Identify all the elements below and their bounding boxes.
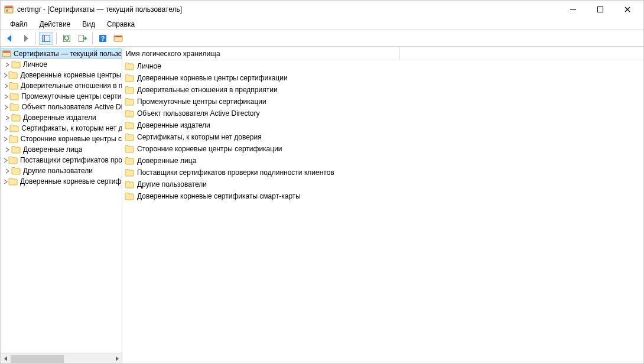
folder-icon (125, 109, 134, 118)
tree-item[interactable]: Поставщики сертификатов проверки подлинн… (1, 155, 122, 165)
expand-icon[interactable] (3, 73, 8, 78)
tree-pane: Сертификаты — текущий пользователь Лично… (1, 47, 122, 363)
tree-item-label: Сторонние корневые центры сертификации (21, 135, 122, 143)
list-item-label: Поставщики сертификатов проверки подлинн… (137, 168, 334, 177)
folder-icon (11, 145, 21, 154)
expand-icon[interactable] (3, 94, 9, 99)
expand-icon[interactable] (3, 136, 9, 142)
expand-icon[interactable] (3, 83, 9, 89)
expand-icon[interactable] (3, 147, 11, 152)
tree-item[interactable]: Сторонние корневые центры сертификации (1, 134, 122, 144)
list-item[interactable]: Доверенные издатели (122, 119, 643, 131)
tree-item-label: Доверенные лица (23, 145, 82, 154)
list-header: Имя логического хранилища (122, 47, 643, 60)
tree-item-label: Доверенные корневые центры сертификации (20, 71, 122, 79)
list-item[interactable]: Другие пользователи (122, 178, 643, 190)
list-item-label: Доверительные отношения в предприятии (137, 86, 278, 94)
tree-root-item[interactable]: Сертификаты — текущий пользователь (1, 48, 122, 59)
expand-icon[interactable] (3, 158, 8, 163)
forward-button[interactable] (18, 32, 32, 45)
folder-icon (9, 81, 18, 90)
folder-icon (125, 191, 134, 201)
list-item-label: Доверенные корневые сертификаты смарт-ка… (137, 192, 301, 200)
expand-icon[interactable] (3, 179, 8, 184)
folder-icon (11, 113, 21, 122)
list-item-label: Доверенные лица (137, 157, 196, 165)
tree-item[interactable]: Объект пользователя Active Directory (1, 102, 122, 112)
tree-item[interactable]: Доверенные издатели (1, 112, 122, 123)
tree-item-label: Промежуточные центры сертификации (21, 92, 122, 100)
expand-icon[interactable] (3, 168, 11, 174)
tree-item-label: Объект пользователя Active Directory (21, 103, 122, 111)
folder-icon (125, 156, 134, 165)
scroll-left-button[interactable] (1, 355, 11, 363)
help-button[interactable]: ? (96, 32, 110, 45)
folder-icon (8, 177, 18, 186)
folder-icon (125, 180, 134, 189)
tree-scroll[interactable]: Сертификаты — текущий пользователь Лично… (1, 47, 122, 353)
titlebar: certmgr - [Сертификаты — текущий пользов… (1, 1, 643, 18)
toolbar-separator (35, 32, 36, 44)
window-controls (560, 1, 641, 18)
list-item[interactable]: Личное (122, 60, 643, 72)
list-item-label: Доверенные издатели (137, 121, 210, 129)
minimize-button[interactable] (560, 1, 587, 18)
svg-rect-12 (115, 36, 122, 37)
column-header-name[interactable]: Имя логического хранилища (122, 47, 400, 60)
tree-horizontal-scrollbar[interactable] (1, 353, 122, 363)
tree-item[interactable]: Доверенные корневые сертификаты смарт-ка… (1, 176, 122, 187)
tree-item-label: Доверенные корневые сертификаты смарт-ка… (20, 177, 122, 186)
tree-item-label: Другие пользователи (23, 167, 93, 175)
tree-item[interactable]: Доверительные отношения в предприятии (1, 80, 122, 91)
maximize-button[interactable] (587, 1, 614, 18)
toolbar-separator (56, 32, 57, 44)
tree-item[interactable]: Доверенные лица (1, 144, 122, 155)
close-button[interactable] (614, 1, 641, 18)
tree-item[interactable]: Личное (1, 59, 122, 70)
menu-action[interactable]: Действие (34, 19, 77, 30)
svg-rect-14 (3, 51, 10, 53)
expand-icon[interactable] (3, 105, 9, 110)
expand-icon[interactable] (3, 126, 9, 131)
certificates-button[interactable] (111, 32, 125, 45)
expand-icon[interactable] (3, 62, 11, 67)
show-hide-tree-button[interactable] (39, 32, 53, 45)
scroll-thumb[interactable] (11, 355, 64, 363)
folder-icon (125, 85, 134, 95)
list-item[interactable]: Промежуточные центры сертификации (122, 96, 643, 108)
list-body[interactable]: ЛичноеДоверенные корневые центры сертифи… (122, 60, 643, 363)
menu-help[interactable]: Справка (101, 19, 141, 30)
folder-icon (125, 132, 134, 142)
list-item[interactable]: Доверительные отношения в предприятии (122, 84, 643, 96)
list-item[interactable]: Сторонние корневые центры сертификации (122, 143, 643, 155)
export-button[interactable] (75, 32, 89, 45)
list-item[interactable]: Поставщики сертификатов проверки подлинн… (122, 167, 643, 178)
tree-item[interactable]: Промежуточные центры сертификации (1, 91, 122, 102)
list-item[interactable]: Сертификаты, к которым нет доверия (122, 131, 643, 143)
folder-icon (11, 166, 21, 176)
list-item[interactable]: Объект пользователя Active Directory (122, 108, 643, 119)
folder-icon (9, 124, 19, 133)
folder-icon (125, 121, 134, 130)
list-item[interactable]: Доверенные корневые центры сертификации (122, 72, 643, 84)
folder-icon (125, 144, 134, 154)
refresh-button[interactable] (60, 32, 74, 45)
tree-item[interactable]: Другие пользователи (1, 165, 122, 176)
folder-icon (125, 168, 134, 177)
expand-icon[interactable] (3, 115, 11, 121)
app-icon (4, 5, 14, 14)
folder-icon (11, 60, 21, 69)
tree-item-label: Доверенные издатели (23, 113, 96, 122)
menu-file[interactable]: Файл (4, 19, 34, 30)
list-item[interactable]: Доверенные лица (122, 155, 643, 167)
folder-icon (9, 102, 19, 112)
tree-item[interactable]: Доверенные корневые центры сертификации (1, 70, 122, 80)
scroll-right-button[interactable] (112, 355, 122, 363)
list-item[interactable]: Доверенные корневые сертификаты смарт-ка… (122, 190, 643, 202)
folder-icon (9, 134, 18, 144)
scroll-track[interactable] (11, 355, 112, 363)
back-button[interactable] (3, 32, 17, 45)
menu-view[interactable]: Вид (76, 19, 101, 30)
svg-text:?: ? (101, 35, 105, 42)
tree-item[interactable]: Сертификаты, к которым нет доверия (1, 123, 122, 134)
